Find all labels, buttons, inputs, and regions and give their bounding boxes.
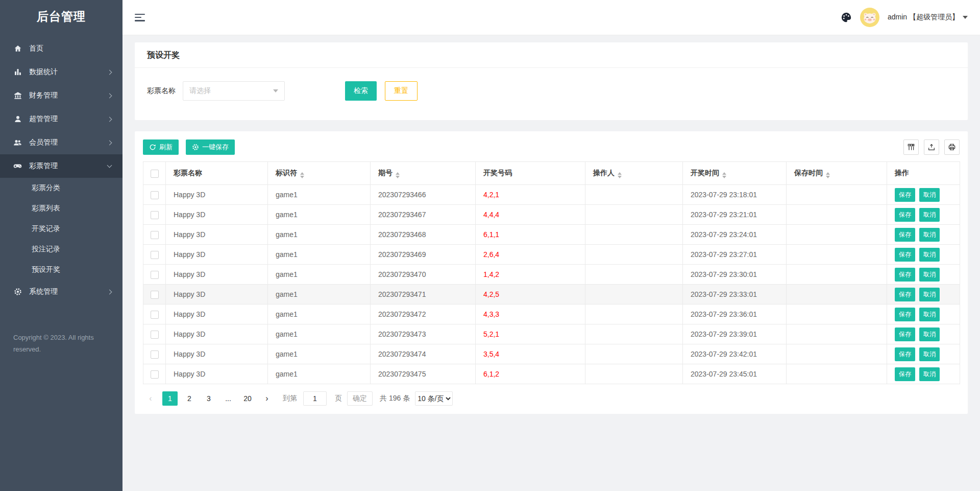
chevron-right-icon (107, 93, 112, 98)
cell-issue: 202307293472 (371, 305, 476, 324)
sidebar-subitem-lottery-list[interactable]: 彩票列表 (0, 198, 122, 219)
cell-identifier: game1 (268, 324, 371, 344)
row-cancel-button[interactable]: 取消 (919, 208, 940, 222)
sidebar-subitem-lottery-category[interactable]: 彩票分类 (0, 178, 122, 198)
row-save-button[interactable]: 保存 (895, 347, 915, 361)
row-save-button[interactable]: 保存 (895, 308, 915, 321)
row-cancel-button[interactable]: 取消 (919, 268, 940, 282)
row-checkbox[interactable] (151, 191, 159, 199)
theme-palette-icon[interactable] (841, 12, 852, 23)
sidebar-subitem-draw-records[interactable]: 开奖记录 (0, 219, 122, 239)
prev-page-button[interactable]: ‹ (143, 391, 158, 406)
row-save-button[interactable]: 保存 (895, 288, 915, 301)
sort-icon[interactable] (826, 172, 830, 178)
row-cancel-button[interactable]: 取消 (919, 288, 940, 301)
goto-confirm-button[interactable]: 确定 (347, 391, 373, 406)
sort-icon[interactable] (618, 172, 622, 178)
cell-draw-time: 2023-07-29 23:24:01 (683, 225, 787, 245)
sidebar-item-system[interactable]: 系统管理 (0, 280, 122, 303)
sidebar-nav: 首页 数据统计 财务管理 超管管理 会员管理 (0, 37, 122, 303)
row-checkbox[interactable] (151, 350, 159, 359)
row-checkbox[interactable] (151, 311, 159, 319)
sidebar-item-data-stats[interactable]: 数据统计 (0, 60, 122, 84)
sidebar-item-superadmin[interactable]: 超管管理 (0, 107, 122, 131)
row-checkbox[interactable] (151, 291, 159, 299)
next-page-button[interactable]: › (259, 391, 275, 406)
select-placeholder: 请选择 (189, 86, 211, 96)
page-button-1[interactable]: 1 (162, 391, 178, 406)
page-button-2[interactable]: 2 (182, 391, 197, 406)
export-icon[interactable] (924, 139, 939, 155)
row-save-button[interactable]: 保存 (895, 268, 915, 282)
chevron-down-icon (963, 16, 968, 19)
cell-lottery-name: Happy 3D (166, 265, 268, 285)
refresh-button[interactable]: 刷新 (143, 139, 179, 155)
row-save-button[interactable]: 保存 (895, 208, 915, 222)
sidebar-item-home[interactable]: 首页 (0, 37, 122, 60)
select-all-checkbox[interactable] (151, 170, 159, 178)
row-cancel-button[interactable]: 取消 (919, 248, 940, 262)
user-menu[interactable]: admin 【超级管理员】 (888, 13, 968, 22)
sidebar-toggle-icon[interactable] (135, 14, 145, 21)
page-button-3[interactable]: 3 (201, 391, 216, 406)
users-icon (13, 138, 22, 147)
sidebar-item-finance[interactable]: 财务管理 (0, 84, 122, 107)
cell-issue: 202307293474 (371, 344, 476, 364)
cell-draw-numbers: 4,2,1 (476, 185, 585, 205)
table-row: Happy 3D game1 202307293470 1,4,2 2023-0… (143, 265, 960, 285)
row-checkbox[interactable] (151, 331, 159, 339)
row-save-button[interactable]: 保存 (895, 328, 915, 341)
row-save-button[interactable]: 保存 (895, 188, 915, 202)
cell-draw-numbers: 4,2,5 (476, 285, 585, 305)
reset-button[interactable]: 重置 (385, 81, 418, 101)
filter-columns-icon[interactable] (903, 139, 919, 155)
save-all-button[interactable]: 一键保存 (186, 139, 235, 155)
sidebar-subitem-preset-draw[interactable]: 预设开奖 (0, 260, 122, 280)
row-cancel-button[interactable]: 取消 (919, 347, 940, 361)
row-checkbox[interactable] (151, 271, 159, 279)
cell-identifier: game1 (268, 225, 371, 245)
search-button[interactable]: 检索 (345, 81, 377, 101)
row-save-button[interactable]: 保存 (895, 367, 915, 381)
row-cancel-button[interactable]: 取消 (919, 308, 940, 321)
row-cancel-button[interactable]: 取消 (919, 228, 940, 242)
row-cancel-button[interactable]: 取消 (919, 367, 940, 381)
print-icon[interactable] (944, 139, 960, 155)
lottery-name-select[interactable]: 请选择 (183, 81, 285, 101)
subitem-label: 投注记录 (32, 245, 60, 254)
sidebar-item-label: 会员管理 (29, 138, 58, 147)
sidebar-item-label: 首页 (29, 44, 43, 53)
sort-icon[interactable] (722, 172, 726, 178)
cell-identifier: game1 (268, 205, 371, 225)
row-checkbox[interactable] (151, 251, 159, 259)
page-title: 预设开奖 (135, 42, 968, 68)
user-avatar[interactable] (860, 8, 879, 27)
col-operator: 操作人 (593, 169, 615, 177)
gear-icon (192, 144, 199, 151)
goto-page-input[interactable] (303, 391, 327, 406)
cell-issue: 202307293473 (371, 324, 476, 344)
cell-issue: 202307293466 (371, 185, 476, 205)
sort-icon[interactable] (396, 172, 400, 178)
cell-operator (585, 225, 683, 245)
chevron-right-icon (107, 116, 112, 122)
sidebar-item-members[interactable]: 会员管理 (0, 131, 122, 154)
sidebar: 后台管理 首页 数据统计 财务管理 超管管理 (0, 0, 122, 491)
page-button-20[interactable]: 20 (240, 391, 255, 406)
row-checkbox[interactable] (151, 231, 159, 239)
row-cancel-button[interactable]: 取消 (919, 188, 940, 202)
sort-icon[interactable] (300, 172, 304, 178)
cell-issue: 202307293468 (371, 225, 476, 245)
sidebar-subitem-bet-records[interactable]: 投注记录 (0, 239, 122, 260)
sidebar-item-lottery[interactable]: 彩票管理 (0, 154, 122, 178)
row-save-button[interactable]: 保存 (895, 228, 915, 242)
row-checkbox[interactable] (151, 370, 159, 379)
row-cancel-button[interactable]: 取消 (919, 328, 940, 341)
row-save-button[interactable]: 保存 (895, 248, 915, 262)
per-page-select[interactable]: 10 条/页 (415, 391, 453, 406)
total-count: 共 196 条 (380, 394, 410, 403)
chevron-down-icon (273, 89, 278, 92)
cell-draw-time: 2023-07-29 23:42:01 (683, 344, 787, 364)
row-checkbox[interactable] (151, 211, 159, 219)
lottery-name-label: 彩票名称 (147, 86, 176, 96)
